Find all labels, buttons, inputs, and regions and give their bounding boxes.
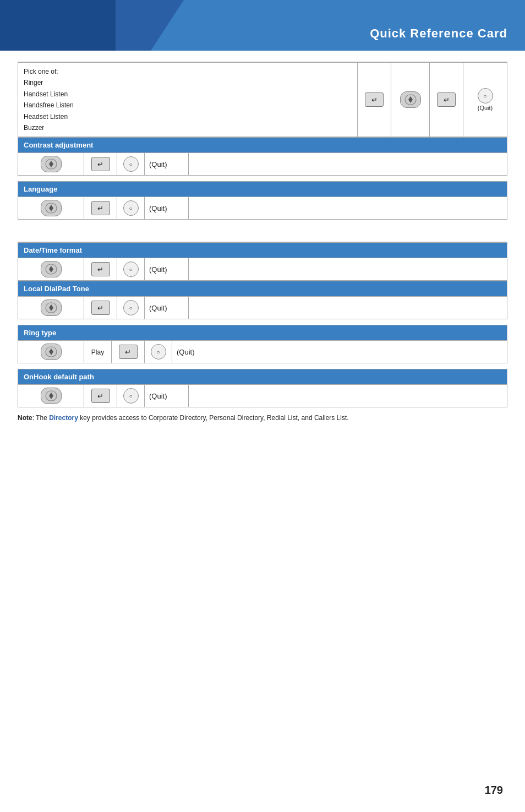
- enter-key-5[interactable]: ↵: [91, 262, 110, 276]
- note-paragraph: Note: The Directory key provides access …: [18, 413, 507, 423]
- pick-handsfree: Handsfree Listen: [24, 101, 74, 109]
- onhook-steps: ↵ ○ (Quit): [18, 385, 507, 407]
- ldp-enter: ↵: [84, 297, 117, 319]
- localdialpad-steps: ↵ ○ (Quit): [18, 297, 507, 319]
- step-quit-1: ○ (Quit): [463, 62, 507, 137]
- spacer-1: [18, 225, 507, 242]
- main-content: Pick one of: Ringer Handset Listen Hands…: [0, 51, 525, 434]
- datetime-steps: ↵ ○ (Quit): [18, 258, 507, 281]
- quit-label-4: (Quit): [149, 265, 167, 274]
- scroll-key-4[interactable]: [41, 261, 62, 277]
- enter-key-4[interactable]: ↵: [91, 201, 110, 215]
- rt-scroll: [18, 341, 84, 363]
- scroll-key-2[interactable]: [41, 156, 62, 172]
- pick-one-label: Pick one of:: [24, 68, 58, 75]
- rt-enter: ↵: [112, 341, 145, 363]
- contrast-quit: (Quit): [145, 153, 189, 176]
- scroll-key-1[interactable]: [400, 91, 421, 108]
- ldp-quit: (Quit): [145, 297, 189, 319]
- note-colon: : The: [32, 414, 49, 422]
- page-number: 179: [485, 784, 503, 797]
- circle-key-7[interactable]: ○: [123, 388, 139, 404]
- scroll-key-7[interactable]: [41, 388, 62, 404]
- rt-circle: ○: [145, 341, 172, 363]
- quit-label-1: (Quit): [478, 105, 493, 111]
- onhook-header-row: OnHook default path: [18, 369, 507, 385]
- quit-label-7: (Quit): [149, 392, 167, 400]
- lang-enter: ↵: [84, 197, 117, 220]
- language-header: Language: [18, 182, 507, 197]
- ringtype-table: Ring type Play ↵ ○: [18, 325, 507, 363]
- contrast-header: Contrast adjustment: [18, 138, 507, 153]
- enter-key-2[interactable]: ↵: [437, 92, 456, 107]
- contrast-scroll: [18, 153, 84, 176]
- quit-label-6: (Quit): [177, 348, 195, 356]
- page-title: Quick Reference Card: [370, 26, 507, 41]
- ldp-circle: ○: [117, 297, 145, 319]
- scroll-key-6[interactable]: [41, 344, 62, 360]
- datetime-header-row: Date/Time format: [18, 242, 507, 258]
- ldp-empty: [189, 297, 507, 319]
- language-steps: ↵ ○ (Quit): [18, 197, 507, 220]
- onhook-table: OnHook default path ↵ ○ (Quit): [18, 369, 507, 407]
- pick-one-cell: Pick one of: Ringer Handset Listen Hands…: [18, 62, 358, 137]
- scroll-key-5[interactable]: [41, 299, 62, 316]
- note-prefix: Note: [18, 414, 32, 422]
- ldp-scroll: [18, 297, 84, 319]
- circle-key-5[interactable]: ○: [123, 300, 139, 315]
- localdialpad-header-row: Local DialPad Tone: [18, 281, 507, 297]
- circle-key-3[interactable]: ○: [123, 200, 139, 216]
- circle-key-2[interactable]: ○: [123, 156, 139, 172]
- play-label: Play: [91, 348, 104, 356]
- oh-scroll: [18, 385, 84, 407]
- language-header-row: Language: [18, 182, 507, 197]
- enter-key-6[interactable]: ↵: [91, 301, 110, 315]
- circle-key-1[interactable]: ○: [478, 88, 493, 103]
- onhook-header: OnHook default path: [18, 369, 507, 385]
- pick-ringer: Ringer: [24, 79, 43, 86]
- circle-key-6[interactable]: ○: [151, 344, 166, 359]
- quit-label-3: (Quit): [149, 204, 167, 212]
- header-accent: [151, 0, 525, 51]
- pick-buzzer: Buzzer: [24, 124, 44, 132]
- enter-key-1[interactable]: ↵: [365, 92, 384, 107]
- lang-quit: (Quit): [145, 197, 189, 220]
- oh-circle: ○: [117, 385, 145, 407]
- datetime-table: Date/Time format ↵ ○ (Quit): [18, 242, 507, 281]
- rt-play: Play: [84, 341, 112, 363]
- scroll-key-3[interactable]: [41, 200, 62, 216]
- dt-circle: ○: [117, 258, 145, 281]
- step-enter-2: ↵: [430, 62, 463, 137]
- lang-scroll: [18, 197, 84, 220]
- enter-key-3[interactable]: ↵: [91, 157, 110, 171]
- enter-key-7[interactable]: ↵: [119, 345, 138, 359]
- datetime-header: Date/Time format: [18, 242, 507, 258]
- table-row: Pick one of: Ringer Handset Listen Hands…: [18, 62, 507, 137]
- oh-quit: (Quit): [145, 385, 189, 407]
- contrast-table: Contrast adjustment ↵ ○ (Quit): [18, 137, 507, 176]
- ringtype-steps: Play ↵ ○ (Quit): [18, 341, 507, 363]
- ringtype-header-row: Ring type: [18, 325, 507, 341]
- quit-label-5: (Quit): [149, 304, 167, 312]
- lang-circle: ○: [117, 197, 145, 220]
- note-link: Directory: [49, 414, 78, 422]
- dt-empty: [189, 258, 507, 281]
- localdialpad-header: Local DialPad Tone: [18, 281, 507, 297]
- dt-enter: ↵: [84, 258, 117, 281]
- pick-headset: Headset Listen: [24, 113, 68, 121]
- header: Quick Reference Card: [0, 0, 525, 51]
- contrast-enter: ↵: [84, 153, 117, 176]
- step-enter-1: ↵: [358, 62, 391, 137]
- localdialpad-table: Local DialPad Tone ↵ ○ (Quit): [18, 281, 507, 319]
- enter-key-8[interactable]: ↵: [91, 389, 110, 403]
- circle-key-4[interactable]: ○: [123, 261, 139, 277]
- pick-handset: Handset Listen: [24, 90, 68, 98]
- oh-enter: ↵: [84, 385, 117, 407]
- oh-empty: [189, 385, 507, 407]
- contrast-empty: [189, 153, 507, 176]
- language-table: Language ↵ ○ (Quit): [18, 181, 507, 220]
- step-scroll-1: [391, 62, 430, 137]
- contrast-circle: ○: [117, 153, 145, 176]
- rt-quit: (Quit): [172, 341, 507, 363]
- quit-label-2: (Quit): [149, 160, 167, 168]
